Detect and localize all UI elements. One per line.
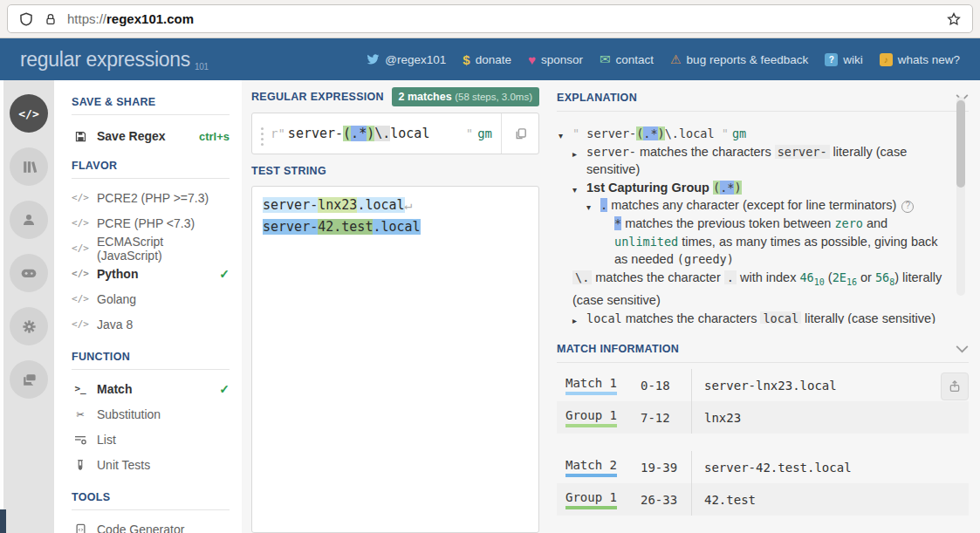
nav-contact[interactable]: ✉contact [600,51,654,67]
test-segment: server- [263,219,318,235]
flavor-item-golang[interactable]: </>Golang [72,286,230,311]
nav-bug-reports-feedback[interactable]: ⚠bug reports & feedback [670,52,808,66]
explanation-segment: local [586,311,622,324]
explanation-line-3: ▾1st Capturing Group (.*) [559,179,946,197]
flavor-item-label: Golang [97,292,136,306]
help-icon[interactable]: ? [901,201,914,213]
url-bar[interactable]: https://regex101.com [7,4,973,33]
explanation-segment: unlimited [614,235,678,249]
function-item-match[interactable]: >_Match✓ [72,376,230,401]
explanation-line-1: ▾" server-(.*)\.local " gm [559,125,946,143]
nav-whats-new[interactable]: ♪whats new? [880,53,960,66]
chevron-down-icon[interactable] [956,345,969,353]
match-value: server-lnx23.local [704,369,837,401]
scrollbar-track[interactable] [956,97,965,296]
divider [557,362,969,363]
save-regex-button[interactable]: Save Regex ctrl+s [72,121,230,151]
tool-item-code-generator[interactable]: Code Generator [72,516,230,533]
scrollbar-thumb[interactable] [956,100,965,188]
app-header: regularexpressions101 @regex101$donate♥s… [0,38,980,80]
check-icon: ✓ [219,267,230,281]
nav-label: whats new? [898,53,960,66]
shield-icon[interactable] [18,11,34,27]
url-text[interactable]: https://regex101.com [67,11,194,26]
code-slash-icon: </> [72,293,89,304]
flavor-item-ecmascript-javascript[interactable]: </>ECMAScript (JavaScript) [72,236,230,261]
rail-button-gamepad[interactable] [10,254,48,292]
regex-pattern[interactable]: server-(.*)\.local [288,126,430,141]
nav-label: sponsor [541,53,583,66]
gamepad-icon [20,264,38,282]
site-logo[interactable]: regularexpressions101 [20,48,209,72]
nav-wiki[interactable]: ?wiki [825,53,863,66]
share-icon [948,379,962,393]
explanation-segment: gm [732,126,746,140]
explanation-title: EXPLANATION [557,92,637,104]
rail-button-code[interactable]: </> [10,94,48,133]
url-scheme: https:// [67,11,106,26]
export-matches-button[interactable] [941,372,969,400]
explanation-segment: literally (case sensitive) [801,311,935,324]
dollar-icon: $ [463,52,469,67]
logo-word2: expressions [86,48,190,71]
rail-button-library[interactable] [10,147,48,186]
divider [72,509,230,510]
copy-icon [513,126,528,141]
flavor-item-pcre-php-7-3[interactable]: </>PCRE (PHP <7.3) [72,210,230,236]
list-icon [72,433,89,447]
filecode-icon [72,523,89,533]
nav-regex101[interactable]: @regex101 [367,53,446,66]
match-label-text: Match 1 [565,376,617,395]
lock-icon[interactable] [44,12,58,26]
nav-donate[interactable]: $donate [463,52,511,67]
copy-regex-button[interactable] [501,113,538,154]
rail-button-settings[interactable] [10,307,48,345]
function-item-substitution[interactable]: ✂Substitution [72,401,230,427]
user-icon [21,212,37,228]
flavor-item-python[interactable]: </>Python✓ [72,261,230,286]
function-item-list[interactable]: List [72,427,230,452]
explanation-segment: matches the characters [622,311,761,324]
function-item-unit-tests[interactable]: Unit Tests [72,452,230,477]
rail-button-user[interactable] [10,201,48,239]
flavor-item-pcre2-php-7-3[interactable]: </>PCRE2 (PHP >=7.3) [72,185,230,210]
regex-token: ( [343,126,351,141]
match-info-rows: Match 10-18server-lnx23.localGroup 17-12… [557,369,969,516]
explanation-segment: \. [572,270,592,284]
explanation-segment: zero [834,216,863,230]
tree-expand-icon[interactable]: ▸ [572,312,577,324]
match-label: Group 1 [565,483,641,516]
logo-sub: 101 [195,62,209,72]
code-slash-icon: </> [72,318,89,330]
nav-sponsor[interactable]: ♥sponsor [528,52,583,67]
match-spacer [557,434,969,451]
drag-handle-icon[interactable] [261,133,264,135]
flavor-list: </>PCRE2 (PHP >=7.3)</>PCRE (PHP <7.3)</… [72,185,230,337]
explanation-segment: (greedy) [677,252,734,266]
match-info-panel: MATCH INFORMATION Match 10-18server-lnx2… [557,336,969,516]
match-count-badge: 2 matches (58 steps, 3.0ms) [392,87,539,106]
explanation-content: ▾" server-(.*)\.local " gm▸server- match… [557,118,969,324]
regex-input[interactable]: r" server-(.*)\.local " gm [251,113,539,154]
explanation-line-4: ▾. matches any character (except for lin… [559,196,946,215]
explanation-segment: server- [775,145,830,159]
divider [72,178,230,179]
tree-expand-icon[interactable]: ▸ [572,146,577,164]
tools-list: Code Generator [72,516,230,533]
test-string-input[interactable]: server-lnx23.local↵server-42.test.local [251,186,539,533]
star-icon[interactable] [946,11,962,27]
function-item-label: Unit Tests [97,458,150,472]
rail-button-chat[interactable] [10,360,48,399]
mail-icon: ✉ [600,51,611,67]
nav-label: donate [476,53,511,66]
regex-token: \. [374,126,390,141]
column-divider [691,483,692,516]
match-label-text: Group 1 [565,490,617,509]
flavor-item-java-8[interactable]: </>Java 8 [72,311,230,337]
regex-token: local [390,126,429,141]
save-shortcut: ctrl+s [199,130,230,143]
section-header-function: FUNCTION [72,337,230,369]
editor-column: REGULAR EXPRESSION 2 matches (58 steps, … [251,80,539,533]
regex-flags[interactable]: gm [477,126,492,140]
code-slash-icon: </> [72,192,89,203]
